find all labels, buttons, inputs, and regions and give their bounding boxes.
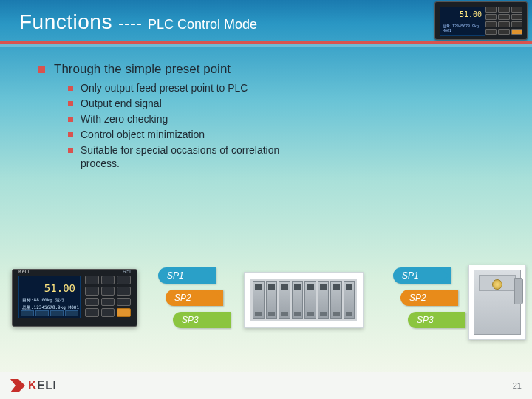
- bullet-heading: Through the simple preset point: [54, 62, 231, 77]
- controlled-machine: [468, 265, 526, 340]
- bullet-text: Output end signal: [81, 97, 162, 111]
- device-status-line: 总量:12345678.9kg M001: [443, 24, 485, 33]
- arrow-label: SP3: [417, 315, 434, 325]
- sub-accent-line: [0, 44, 532, 47]
- bullet-text: Suitable for special occasions of correl…: [81, 143, 290, 171]
- device-thumbnail-top: 51.00 总量:12345678.9kg M001: [434, 1, 528, 40]
- bullet-icon: [68, 86, 73, 91]
- bullet-icon: [38, 66, 45, 73]
- device-brand: KeLi: [18, 269, 29, 274]
- device-line1: 目标:88.00kg 运行: [22, 297, 64, 304]
- logo-text: KELI: [28, 379, 56, 392]
- gauge-icon: [492, 279, 502, 290]
- bullet-text: Control object minimization: [81, 128, 205, 142]
- device-keypad: [85, 276, 131, 317]
- bullet-icon: [68, 101, 73, 106]
- title-main: Functions: [19, 10, 112, 34]
- device-screen: 51.00 目标:88.00kg 运行 总量:12345678.9kg M001: [18, 276, 81, 318]
- bullet-level2: With zero checking: [68, 112, 290, 126]
- logo-icon: [10, 379, 25, 392]
- arrow-label: SP1: [167, 270, 184, 281]
- signal-arrows-group-1: SP1 SP2 SP3: [158, 267, 222, 334]
- bullet-level1: Through the simple preset point: [38, 62, 290, 77]
- bullet-text: Only output feed preset point to PLC: [81, 81, 248, 95]
- device-screen: 51.00 总量:12345678.9kg M001: [440, 7, 485, 36]
- machine-body: [474, 270, 521, 335]
- title-subtitle: PLC Control Mode: [148, 17, 257, 33]
- footer: KELI 21: [0, 372, 532, 399]
- bullet-level2: Only output feed preset point to PLC: [68, 81, 290, 95]
- device-readout: 51.00: [460, 10, 482, 18]
- slide: Functions ---- PLC Control Mode 51.00 总量…: [0, 0, 532, 399]
- arrow-sp1: SP1: [393, 267, 457, 284]
- bullet-icon: [68, 148, 73, 153]
- arrow-sp3: SP3: [408, 312, 457, 328]
- arrow-sp1: SP1: [158, 267, 222, 284]
- signal-arrows-group-2: SP1 SP2 SP3: [393, 267, 457, 334]
- arrow-sp3: SP3: [173, 312, 222, 328]
- arrow-label: SP1: [402, 270, 419, 281]
- bullet-text: With zero checking: [81, 112, 168, 126]
- arrow-sp2: SP2: [166, 290, 222, 306]
- bullet-icon: [68, 132, 73, 137]
- page-number: 21: [513, 381, 522, 390]
- arrow-label: SP2: [409, 293, 426, 303]
- title-dash: ----: [118, 13, 142, 33]
- plc-rack: [244, 272, 364, 328]
- arrow-sp2: SP2: [400, 290, 457, 306]
- bullet-level2: Control object minimization: [68, 128, 290, 142]
- plc-modules: [250, 279, 357, 321]
- device-softkeys: [21, 310, 78, 316]
- bullet-level2: Suitable for special occasions of correl…: [68, 143, 290, 171]
- weighing-indicator-device: KeLi R5I 51.00 目标:88.00kg 运行 总量:12345678…: [12, 269, 137, 327]
- device-readout: 51.00: [44, 282, 75, 294]
- bullet-level2: Output end signal: [68, 97, 290, 111]
- device-keypad: [485, 7, 522, 35]
- content-block: Through the simple preset point Only out…: [38, 62, 290, 172]
- bullet-icon: [68, 117, 73, 122]
- device-model: R5I: [123, 269, 131, 274]
- arrow-label: SP2: [174, 293, 191, 303]
- brand-logo: KELI: [10, 379, 56, 392]
- diagram-row: KeLi R5I 51.00 目标:88.00kg 运行 总量:12345678…: [12, 265, 520, 346]
- arrow-label: SP3: [182, 315, 199, 325]
